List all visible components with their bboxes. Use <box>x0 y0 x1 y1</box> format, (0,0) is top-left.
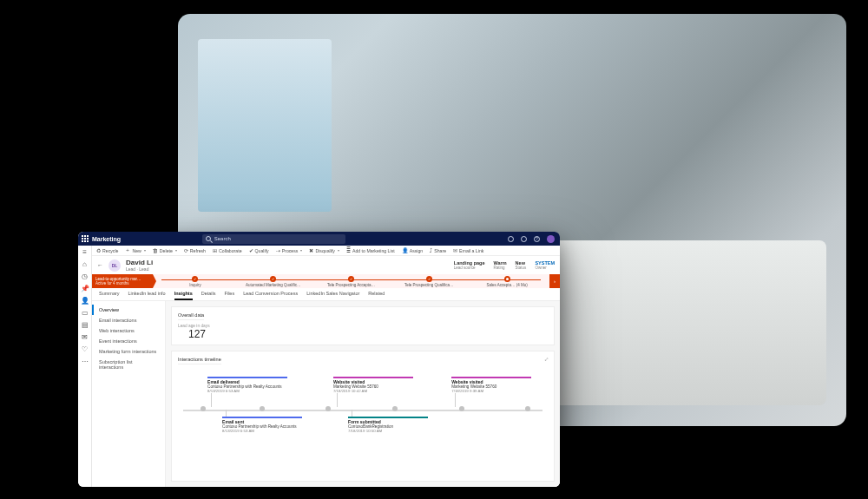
meta-label: Rating <box>494 266 507 270</box>
record-subtype: Lead · Lead <box>126 266 153 272</box>
sidebar-item[interactable]: Subscription list interactions <box>92 357 165 372</box>
tab-insights[interactable]: Insights <box>174 291 193 300</box>
timeline-event[interactable]: Form submittedContosoBankRegistration7/1… <box>348 417 428 433</box>
dynamics-window: Marketing Search ≡ ⌂ ◷ 📌 👤 ▭ ▤ ✉ ♡ ⋯ <box>78 232 560 487</box>
event-date: 8/13/2019 6:53 AM <box>207 389 287 393</box>
tab-linkedin-lead-info[interactable]: LinkedIn lead info <box>128 291 166 300</box>
sidebar-item[interactable]: Web interactions <box>92 325 165 336</box>
rail-heart-icon[interactable]: ♡ <box>82 346 89 353</box>
cmd-email-link[interactable]: ✉Email a Link <box>453 247 483 253</box>
event-stem <box>337 393 338 407</box>
cmd-add-list[interactable]: ≣Add to Marketing List <box>346 247 395 253</box>
cmd-process[interactable]: ⇢Process <box>276 247 303 253</box>
stage-dot-icon <box>192 276 198 282</box>
process-ribbon: Lead-to-opportunity mar… Active for 4 mo… <box>92 274 560 288</box>
sidebar-item[interactable]: Event interactions <box>92 336 165 346</box>
process-flag[interactable]: Lead-to-opportunity mar… Active for 4 mo… <box>92 274 153 288</box>
event-color-bar <box>207 377 287 378</box>
tab-related[interactable]: Related <box>368 291 385 300</box>
lightbulb-icon[interactable] <box>508 236 514 242</box>
event-date: 7/18/2019 10:50 AM <box>348 429 428 433</box>
stage-label: Inquiry <box>156 283 234 287</box>
rail-calendar-icon[interactable]: ▭ <box>82 310 89 317</box>
search-placeholder: Search <box>214 236 231 241</box>
record-name: David Li <box>126 259 153 266</box>
event-stem <box>226 410 227 417</box>
process-stage[interactable]: Tele Prospecting Qualifica… <box>390 276 468 287</box>
nav-rail: ≡ ⌂ ◷ 📌 👤 ▭ ▤ ✉ ♡ ⋯ <box>78 246 92 487</box>
cmd-share[interactable]: ⤴Share <box>430 248 446 253</box>
cmd-new[interactable]: ＋New <box>125 246 145 254</box>
cmd-assign[interactable]: 👤Assign <box>402 247 424 253</box>
rail-mail-icon[interactable]: ✉ <box>82 334 89 341</box>
stage-dot-icon <box>270 276 276 282</box>
process-stage[interactable]: Sales Accepta… (4 Mo) <box>468 276 546 287</box>
process-stage[interactable]: Tele Prospecting Accepta… <box>312 276 391 287</box>
record-meta: Landing pageLead sourceWarmRatingNewStat… <box>454 260 555 270</box>
sidebar-item[interactable]: Marketing form interactions <box>92 346 165 357</box>
process-advance-icon[interactable]: › <box>549 274 560 288</box>
stage-label: Sales Accepta… (4 Mo) <box>468 283 546 287</box>
record-avatar: DL <box>108 259 121 272</box>
expand-icon[interactable]: ⤢ <box>544 356 549 362</box>
event-color-bar <box>348 417 428 418</box>
app-launcher-icon[interactable] <box>78 235 92 242</box>
meta-label: Lead source <box>454 266 485 270</box>
stage-dot-icon <box>426 276 432 282</box>
tab-summary[interactable]: Summary <box>99 291 120 300</box>
event-color-bar <box>451 377 531 378</box>
meta-label: Status <box>516 266 527 270</box>
timeline-event[interactable]: Website visitedMarketing Website 557607/… <box>451 377 531 393</box>
stage-label: Tele Prospecting Qualifica… <box>390 283 468 287</box>
event-stem <box>352 410 352 417</box>
record-tabs: SummaryLinkedIn lead infoInsightsDetails… <box>92 288 560 301</box>
event-date: 7/18/2019 10:42 AM <box>333 389 413 393</box>
back-icon[interactable]: ← <box>97 262 103 268</box>
event-color-bar <box>333 377 413 378</box>
process-stage[interactable]: Inquiry <box>156 276 234 287</box>
global-search[interactable]: Search <box>202 234 345 244</box>
rail-chat-icon[interactable]: ⋯ <box>82 358 89 365</box>
cmd-recycle[interactable]: ♻Recycle <box>96 247 118 253</box>
tab-files[interactable]: Files <box>225 291 235 300</box>
header-meta: Landing pageLead source <box>454 260 485 270</box>
tab-lead-conversion-process[interactable]: Lead Conversion Process <box>243 291 298 300</box>
rail-contacts-icon[interactable]: 👤 <box>82 298 89 305</box>
event-date: 8/13/2019 6:53 AM <box>222 429 302 433</box>
process-stage[interactable]: Automated Marketing Qualific… <box>234 276 312 287</box>
settings-icon[interactable] <box>521 236 527 242</box>
user-avatar[interactable] <box>547 235 555 243</box>
tab-linkedin-sales-navigator[interactable]: LinkedIn Sales Navigator <box>306 291 359 300</box>
command-bar: ♻Recycle ＋New 🗑Delete ⟳Refresh ⊞Collabor… <box>92 246 560 256</box>
titlebar: Marketing Search <box>78 232 560 246</box>
rail-pin-icon[interactable]: 📌 <box>82 286 89 292</box>
help-icon[interactable] <box>534 236 540 242</box>
cmd-qualify[interactable]: ✔Qualify <box>249 247 269 253</box>
meta-label: Owner <box>535 266 555 270</box>
stage-dot-icon <box>348 276 354 282</box>
timeline-event[interactable]: Website visitedMarketing Website 557607/… <box>333 377 413 393</box>
rail-menu-icon[interactable]: ≡ <box>82 249 89 256</box>
interactions-timeline-card: Interactions timeline ⤢ Email deliveredC… <box>171 351 555 482</box>
timeline-tick <box>459 406 464 411</box>
cmd-disqualify[interactable]: ✖Disqualify <box>309 247 339 253</box>
cmd-delete[interactable]: 🗑Delete <box>153 248 177 253</box>
event-color-bar <box>222 417 302 418</box>
timeline-event[interactable]: Email deliveredContoso Partnership with … <box>207 377 287 393</box>
rail-home-icon[interactable]: ⌂ <box>82 261 89 268</box>
app-name: Marketing <box>92 236 121 242</box>
record-header: ← DL David Li Lead · Lead Landing pageLe… <box>92 256 560 274</box>
timeline-event[interactable]: Email sentContoso Partnership with Realt… <box>222 417 302 433</box>
cmd-collaborate[interactable]: ⊞Collaborate <box>213 247 242 253</box>
cmd-refresh[interactable]: ⟳Refresh <box>184 247 206 253</box>
rail-chart-icon[interactable]: ▤ <box>82 322 89 329</box>
event-stem <box>455 393 456 407</box>
rail-clock-icon[interactable]: ◷ <box>82 273 89 280</box>
event-date: 7/18/2019 9:39 AM <box>451 389 531 393</box>
timeline-tick <box>201 406 206 411</box>
header-meta: SYSTEMOwner <box>535 260 555 270</box>
header-meta: WarmRating <box>494 260 507 270</box>
sidebar-item[interactable]: Overview <box>92 305 165 315</box>
sidebar-item[interactable]: Email interactions <box>92 315 165 325</box>
tab-details[interactable]: Details <box>201 291 216 300</box>
